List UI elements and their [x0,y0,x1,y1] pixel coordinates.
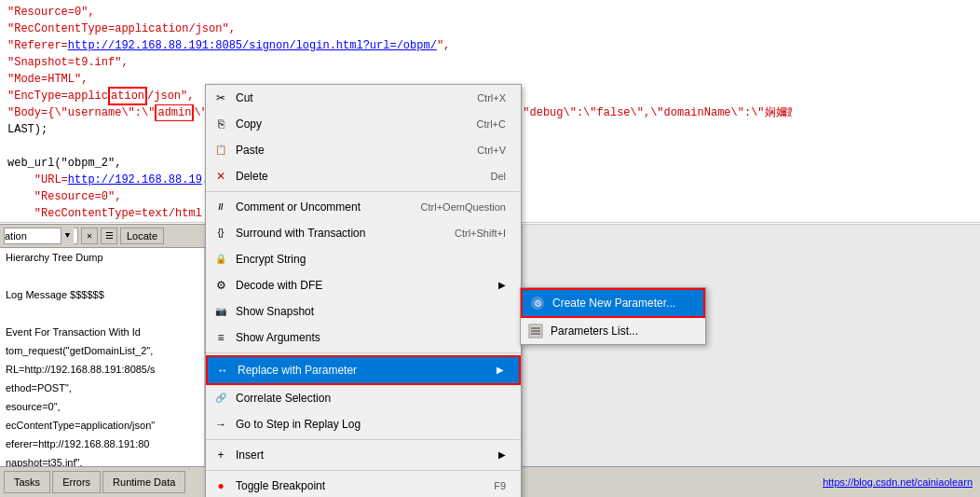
menu-replace[interactable]: Replace with Parameter ▶ [206,355,521,385]
menu-insert[interactable]: Insert ▶ [206,442,521,468]
menu-cut[interactable]: Cut Ctrl+X [206,85,521,111]
log-line-7: ethod=POST", [0,379,204,397]
menu-correlate[interactable]: Correlate Selection [206,385,521,411]
menu-args-label: Show Arguments [236,328,320,347]
log-line-6: RL=http://192.168.88.191:8085/s [0,360,204,379]
tab-tasks[interactable]: Tasks [4,471,50,493]
replace-icon [215,363,230,378]
menu-correlate-label: Correlate Selection [236,389,331,407]
clear-search-btn[interactable]: ✕ [81,228,98,244]
encrypt-icon [213,252,228,267]
surround-icon [213,226,228,241]
svg-text:⚙: ⚙ [534,298,542,309]
log-line-hierarchy: Hierarchy Tree Dump [0,248,204,267]
status-bar-url: https://blog.csdn.net/cainiaolearn [823,466,980,497]
log-line-9: ecContentType=application/json" [0,416,204,435]
decode-arrow: ▶ [498,276,506,295]
menu-copy-label: Copy [236,115,262,133]
submenu-create-param[interactable]: ⚙ Create New Parameter... [521,288,705,318]
delete-icon [213,169,228,184]
menu-insert-label: Insert [236,446,264,464]
insert-icon [213,448,228,462]
menu-surround-label: Surround with Transaction [236,224,365,242]
menu-comment-shortcut: Ctrl+OemQuestion [421,198,506,216]
menu-args[interactable]: Show Arguments [206,324,521,351]
menu-breakpoint-label: Toggle Breakpoint [236,476,325,495]
log-line-11: napshot=t35.inf", [0,453,204,466]
menu-goto-label: Go to Step in Replay Log [236,415,361,434]
correlate-icon [213,391,228,406]
search-bar: ▼ ✕ ☰ Locate [0,224,205,248]
menu-breakpoint[interactable]: Toggle Breakpoint F9 [206,473,521,497]
menu-encrypt[interactable]: Encrypt String [206,246,521,272]
menu-goto[interactable]: Go to Step in Replay Log [206,411,521,437]
goto-icon [213,417,228,432]
search-options-btn[interactable]: ☰ [101,228,117,244]
code-line-1: "Resource=0", [0,4,980,21]
menu-surround-shortcut: Ctrl+Shift+I [455,224,506,242]
param-icon: ⚙ [530,296,545,311]
code-line-4: "Snapshot=t9.inf", [0,54,980,71]
menu-cut-label: Cut [236,89,253,107]
code-line-3: "Referer=http://192.168.88.191:8085/sign… [0,37,980,54]
scissors-icon [213,90,228,105]
menu-delete-shortcut: Del [490,167,506,186]
log-panel: Hierarchy Tree Dump Log Message $$$$$$ E… [0,248,205,466]
menu-decode[interactable]: Decode with DFE ▶ [206,272,521,298]
tab-runtime-data[interactable]: Runtime Data [102,471,185,493]
paramlist-icon [528,324,543,338]
submenu: ⚙ Create New Parameter... Parameters Lis… [520,287,706,345]
menu-snapshot-label: Show Snapshot [236,302,314,321]
decode-icon [213,278,228,293]
menu-delete-label: Delete [236,167,268,186]
insert-arrow: ▶ [498,446,506,464]
log-line-blank1 [0,267,204,285]
args-icon [213,330,228,345]
toolbar-tabs: Tasks Errors Runtime Data [0,467,185,497]
comment-icon [213,200,228,214]
log-line-8: esource=0", [0,397,204,416]
code-line-2: "RecContentType=application/json", [0,21,980,37]
menu-paste-shortcut: Ctrl+V [477,141,506,159]
log-line-event: Event For Transaction With Id [0,323,204,341]
log-line-message: Log Message $$$$$$ [0,285,204,304]
log-line-5: tom_request("getDomainList_2", [0,341,204,360]
log-line-blank2 [0,304,204,323]
menu-comment[interactable]: Comment or Uncomment Ctrl+OemQuestion [206,194,521,220]
tab-errors[interactable]: Errors [52,471,101,493]
menu-replace-label: Replace with Parameter [238,361,357,380]
menu-paste[interactable]: Paste Ctrl+V [206,137,521,163]
search-input-wrap[interactable]: ▼ [4,228,78,244]
menu-sep-1 [206,191,521,192]
paste-icon [213,143,228,158]
submenu-param-list-label: Parameters List... [551,322,638,340]
log-line-10: eferer=http://192.168.88.191:80 [0,435,204,453]
menu-sep-4 [206,470,521,471]
menu-snapshot[interactable]: Show Snapshot [206,298,521,324]
menu-delete[interactable]: Delete Del [206,163,521,189]
copy-icon [213,117,228,131]
menu-sep-3 [206,439,521,440]
submenu-create-param-label: Create New Parameter... [552,294,675,312]
replace-arrow: ▶ [497,361,504,380]
search-input[interactable] [5,228,61,243]
menu-surround[interactable]: Surround with Transaction Ctrl+Shift+I [206,220,521,246]
menu-decode-label: Decode with DFE [236,276,322,295]
submenu-param-list[interactable]: Parameters List... [521,318,705,344]
breakpoint-icon [213,478,228,493]
menu-paste-label: Paste [236,141,265,159]
menu-encrypt-label: Encrypt String [236,250,306,269]
search-dropdown-btn[interactable]: ▼ [61,228,74,244]
right-lower-panel [522,224,980,466]
locate-button[interactable]: Locate [120,228,164,244]
snapshot-icon [213,304,228,319]
context-menu: Cut Ctrl+X Copy Ctrl+C Paste Ctrl+V Dele… [205,84,522,497]
menu-sep-2 [206,352,521,353]
menu-comment-label: Comment or Uncomment [236,198,361,216]
menu-copy-shortcut: Ctrl+C [477,115,506,133]
menu-cut-shortcut: Ctrl+X [477,89,506,107]
menu-breakpoint-shortcut: F9 [494,476,506,495]
menu-copy[interactable]: Copy Ctrl+C [206,111,521,137]
